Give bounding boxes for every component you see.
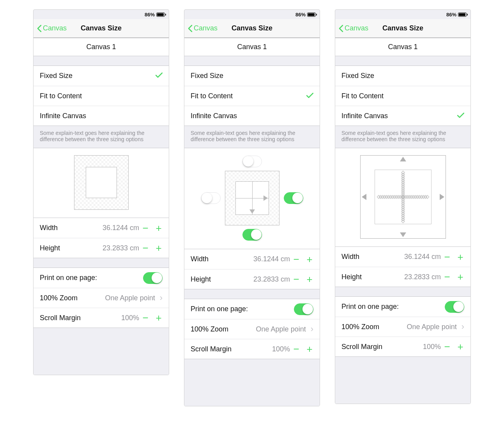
print-one-page-row: Print on one page: [34,268,169,288]
width-label: Width [191,255,253,263]
scroll-margin-decrement-button[interactable]: − [443,342,451,352]
checkmark-icon [306,92,313,100]
scroll-margin-label: Scroll Margin [40,314,121,322]
nav-bar: Canvas Canvas Size [335,19,470,38]
zoom-label: 100% Zoom [40,294,105,302]
zoom-value: One Apple point [407,323,457,331]
scroll-margin-value: 100% [121,314,139,322]
width-increment-button[interactable]: + [155,223,163,233]
zoom-row[interactable]: 100% Zoom One Apple point › [335,317,470,337]
size-mode-infinite-row[interactable]: Infinite Canvas [34,106,169,126]
scroll-margin-increment-button[interactable]: + [306,344,313,354]
size-mode-fixed-row[interactable]: Fixed Size [34,66,169,86]
panel-fixed: 86% Canvas Canvas Size Canvas 1 Fixed Si… [33,9,169,375]
height-label: Height [40,244,103,252]
zoom-row[interactable]: 100% Zoom One Apple point › [34,288,169,308]
zoom-row[interactable]: 100% Zoom One Apple point › [184,319,320,339]
back-button[interactable]: Canvas [187,24,218,32]
size-mode-infinite-label: Infinite Canvas [341,112,457,120]
fit-expand-left-toggle[interactable] [201,192,221,204]
scroll-margin-decrement-button[interactable]: − [141,313,149,323]
size-mode-fit-row[interactable]: Fit to Content [184,86,320,106]
size-mode-fixed-row[interactable]: Fixed Size [184,66,320,86]
battery-icon [307,12,316,17]
zoom-label: 100% Zoom [191,325,256,333]
width-row: Width 36.1244 cm − + [184,249,320,269]
height-increment-button[interactable]: + [306,274,313,284]
print-one-page-row: Print on one page: [184,299,320,319]
size-mode-fit-label: Fit to Content [341,92,457,100]
back-button-label: Canvas [345,24,368,32]
height-row: Height 23.2833 cm − + [335,267,470,287]
height-value: 23.2833 cm [103,244,139,252]
battery-text: 86% [446,12,456,18]
back-button[interactable]: Canvas [37,24,67,32]
width-increment-button[interactable]: + [456,252,464,262]
chevron-right-icon: › [311,324,313,334]
size-mode-infinite-row[interactable]: Infinite Canvas [184,106,320,126]
size-mode-fixed-row[interactable]: Fixed Size [335,66,470,86]
print-one-page-label: Print on one page: [40,274,143,282]
width-row: Width 36.1244 cm − + [335,247,470,267]
width-value: 36.1244 cm [253,255,290,263]
print-one-page-toggle[interactable] [445,301,464,313]
scroll-margin-label: Scroll Margin [191,345,272,353]
size-mode-fixed-label: Fixed Size [191,72,306,80]
height-increment-button[interactable]: + [456,272,464,282]
scroll-margin-row: Scroll Margin 100% − + [34,308,169,328]
height-value: 23.2833 cm [253,275,290,284]
status-bar: 86% [335,10,470,19]
nav-bar: Canvas Canvas Size [34,19,169,38]
panel-infinite: 86% Canvas Canvas Size Canvas 1 Fixed Si… [335,9,471,404]
size-mode-explain-text: Some explain-text goes here explaining t… [184,126,320,148]
scroll-margin-row: Scroll Margin 100% − + [184,339,320,359]
size-mode-infinite-label: Infinite Canvas [191,112,306,120]
fit-expand-bottom-toggle[interactable] [242,229,262,241]
scroll-margin-increment-button[interactable]: + [155,313,163,323]
chevron-left-icon [338,25,344,32]
height-label: Height [191,275,253,284]
fit-expand-right-toggle[interactable] [284,192,303,204]
height-label: Height [341,273,404,281]
width-value: 36.1244 cm [404,253,441,261]
checkmark-icon [457,112,464,120]
size-mode-fit-label: Fit to Content [191,92,306,100]
height-decrement-button[interactable]: − [141,243,149,253]
width-decrement-button[interactable]: − [292,254,300,264]
size-mode-fit-row[interactable]: Fit to Content [335,86,470,106]
size-mode-fit-row[interactable]: Fit to Content [34,86,169,106]
nav-bar: Canvas Canvas Size [184,19,320,38]
width-increment-button[interactable]: + [306,254,313,264]
width-value: 36.1244 cm [103,224,139,232]
zoom-label: 100% Zoom [341,323,407,331]
infinite-canvas-preview [360,155,446,239]
width-decrement-button[interactable]: − [443,252,451,262]
height-decrement-button[interactable]: − [443,272,451,282]
width-decrement-button[interactable]: − [141,223,149,233]
battery-text: 86% [295,12,306,18]
height-increment-button[interactable]: + [155,243,163,253]
chevron-left-icon [187,25,193,32]
back-button[interactable]: Canvas [338,24,368,32]
scroll-margin-decrement-button[interactable]: − [292,344,300,354]
print-one-page-label: Print on one page: [191,305,294,313]
status-bar: 86% [184,10,320,19]
size-mode-fixed-label: Fixed Size [40,72,156,80]
size-mode-fixed-label: Fixed Size [341,72,457,80]
height-value: 23.2833 cm [404,273,441,281]
size-mode-infinite-label: Infinite Canvas [40,112,156,120]
size-mode-explain-text: Some explain-text goes here explaining t… [34,126,169,148]
back-button-label: Canvas [194,24,218,32]
height-row: Height 23.2833 cm − + [34,238,169,258]
print-one-page-toggle[interactable] [294,303,313,315]
zoom-value: One Apple point [256,325,306,333]
size-mode-infinite-row[interactable]: Infinite Canvas [335,106,470,126]
print-one-page-toggle[interactable] [143,272,163,284]
height-row: Height 23.2833 cm − + [184,269,320,289]
scroll-margin-value: 100% [272,345,290,353]
scroll-margin-increment-button[interactable]: + [456,342,464,352]
width-row: Width 36.1244 cm − + [34,218,169,238]
print-one-page-row: Print on one page: [335,297,470,317]
fit-expand-top-toggle[interactable] [242,156,262,167]
height-decrement-button[interactable]: − [292,274,300,284]
